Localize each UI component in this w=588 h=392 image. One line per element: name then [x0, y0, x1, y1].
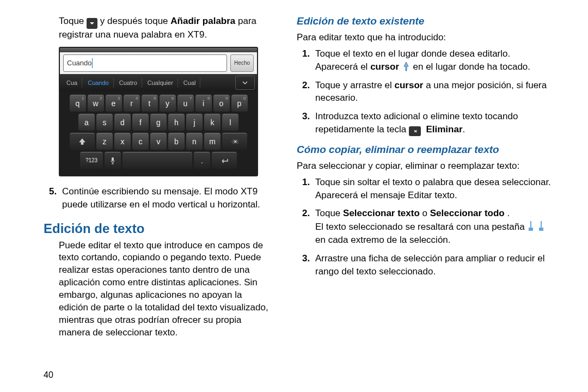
key-q[interactable]: q1: [70, 95, 86, 112]
key-shift[interactable]: [70, 133, 95, 150]
key-period[interactable]: .: [194, 152, 210, 169]
key-h[interactable]: h: [168, 114, 185, 131]
key-m[interactable]: m: [204, 133, 220, 150]
key-r[interactable]: r4: [124, 95, 140, 112]
step-b3: 3. Arrastre una ficha de selección para …: [302, 252, 553, 278]
h2-edicion: Edición de texto: [44, 221, 272, 236]
section-para: Puede editar el texto que introduce en c…: [59, 240, 272, 340]
key-j[interactable]: j: [186, 114, 203, 131]
dropdown-icon: [87, 18, 97, 29]
key-x[interactable]: x: [114, 133, 131, 150]
selection-handle-icon: [527, 220, 535, 232]
key-k[interactable]: k: [204, 114, 220, 131]
h3-copiar: Cómo copiar, eliminar o reemplazar texto: [297, 144, 553, 156]
key-n[interactable]: n: [186, 133, 203, 150]
key-y[interactable]: y6: [160, 95, 176, 112]
key-c[interactable]: c: [132, 133, 149, 150]
step-a1: 1. Toque el texto en el lugar donde dese…: [302, 47, 553, 74]
suggestion-bar[interactable]: Cua Cuando Cuatro Cualquier Cual: [60, 74, 257, 91]
key-enter[interactable]: [212, 152, 237, 169]
intro-b: Para seleccionar y copiar, eliminar o re…: [297, 160, 553, 173]
key-f[interactable]: f: [132, 114, 149, 131]
selection-handle-icon: [537, 220, 545, 232]
key-a[interactable]: a: [78, 114, 95, 131]
key-t[interactable]: t5: [142, 95, 158, 112]
key-backspace[interactable]: [222, 133, 247, 150]
key-b[interactable]: b: [168, 133, 185, 150]
key-v[interactable]: v: [150, 133, 167, 150]
key-g[interactable]: g: [150, 114, 167, 131]
key-u[interactable]: u7: [177, 95, 194, 112]
keyboard-screenshot: Cuando Hecho Cua Cuando Cuatro Cualquier…: [59, 47, 258, 176]
intro-a: Para editar texto que ha introducido:: [297, 32, 553, 44]
key-i[interactable]: i8: [195, 95, 212, 112]
delete-key-icon: [409, 126, 421, 136]
key-o[interactable]: o9: [213, 95, 230, 112]
key-space[interactable]: [122, 152, 192, 169]
key-p[interactable]: p0: [231, 95, 248, 112]
key-l[interactable]: l: [222, 114, 238, 131]
key-d[interactable]: d: [114, 114, 131, 131]
done-button[interactable]: Hecho: [230, 54, 254, 72]
svg-rect-1: [530, 221, 531, 228]
h3-existente: Edición de texto existente: [297, 15, 553, 27]
step-b1: 1. Toque sin soltar el texto o palabra q…: [302, 176, 553, 202]
intro-line: Toque y después toque Añadir palabra par…: [59, 15, 272, 41]
key-w[interactable]: w2: [88, 95, 104, 112]
key-mic[interactable]: [105, 152, 121, 169]
text-input[interactable]: Cuando: [63, 54, 227, 72]
chevron-down-icon[interactable]: [235, 76, 255, 90]
key-s[interactable]: s: [96, 114, 113, 131]
key-z[interactable]: z: [96, 133, 113, 150]
step-a3: 3. Introduzca texto adicional o elimine …: [302, 110, 553, 136]
step-a2: 2. Toque y arrastre el cursor a una mejo…: [302, 79, 553, 105]
page-number: 40: [44, 370, 53, 380]
step-b2: 2. Toque Seleccionar texto o Seleccionar…: [302, 207, 553, 246]
bold-anadir: Añadir palabra: [170, 16, 235, 26]
cursor-icon: [402, 61, 411, 72]
svg-rect-2: [541, 221, 542, 228]
key-e[interactable]: e3: [106, 95, 122, 112]
svg-rect-0: [112, 157, 114, 161]
key-sym[interactable]: ?123: [80, 152, 103, 169]
step-5: 5. Continúe escribiendo su mensaje. El m…: [49, 185, 272, 211]
